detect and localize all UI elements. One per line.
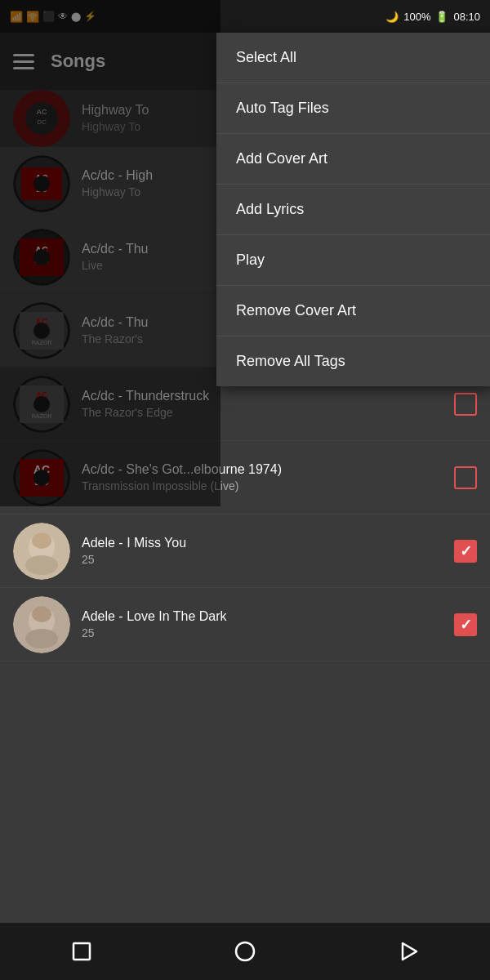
context-menu: Select All Auto Tag Files Add Cover Art …	[216, 33, 490, 386]
svg-point-43	[25, 629, 58, 648]
menu-item-auto-tag[interactable]: Auto Tag Files	[216, 83, 490, 134]
list-item[interactable]: Adele - Love In The Dark 25	[0, 588, 490, 662]
song-checkbox[interactable]	[454, 540, 477, 563]
svg-rect-44	[74, 943, 90, 960]
album-art	[13, 523, 70, 580]
song-info: Adele - Love In The Dark 25	[82, 609, 454, 639]
menu-item-remove-cover-art[interactable]: Remove Cover Art	[216, 286, 490, 336]
song-info: Adele - I Miss You 25	[82, 536, 454, 566]
svg-point-42	[32, 606, 51, 622]
song-subtitle: 25	[82, 626, 454, 639]
menu-item-add-lyrics[interactable]: Add Lyrics	[216, 185, 490, 235]
svg-point-39	[25, 555, 58, 575]
menu-item-add-cover-art[interactable]: Add Cover Art	[216, 134, 490, 185]
svg-marker-46	[403, 943, 416, 960]
bottom-navigation	[0, 923, 490, 980]
context-menu-overlay[interactable]: Select All Auto Tag Files Add Cover Art …	[0, 0, 490, 506]
menu-item-play[interactable]: Play	[216, 235, 490, 286]
song-checkbox[interactable]	[454, 613, 477, 636]
svg-point-45	[236, 942, 254, 960]
overlay-dimmer	[0, 0, 220, 506]
song-title: Adele - I Miss You	[82, 536, 454, 550]
svg-point-38	[32, 532, 51, 549]
song-subtitle: 25	[82, 553, 454, 566]
nav-back-button[interactable]	[65, 935, 98, 968]
album-art	[13, 596, 70, 653]
menu-item-select-all[interactable]: Select All	[216, 33, 490, 83]
song-title: Adele - Love In The Dark	[82, 609, 454, 624]
menu-item-remove-all-tags[interactable]: Remove All Tags	[216, 336, 490, 386]
nav-recents-button[interactable]	[392, 935, 425, 968]
list-item[interactable]: Adele - I Miss You 25	[0, 514, 490, 588]
nav-home-button[interactable]	[229, 935, 261, 968]
